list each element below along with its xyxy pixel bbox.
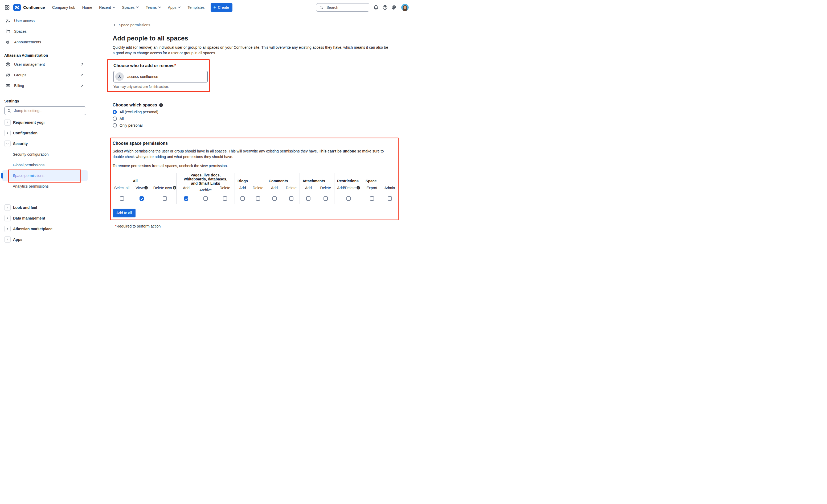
sidebar-item-space-permissions[interactable]: Space permissions — [2, 170, 88, 181]
radio-button[interactable] — [113, 123, 117, 127]
billing-icon — [5, 83, 11, 88]
checkbox-pages-delete[interactable] — [223, 197, 227, 201]
nav-item-apps[interactable]: Apps — [164, 3, 184, 11]
nav-item-templates[interactable]: Templates — [184, 3, 208, 11]
expand-button[interactable] — [4, 119, 11, 126]
notifications-button[interactable] — [372, 3, 381, 12]
sidebar-group-atlassian-marketplace[interactable]: Atlassian marketplace — [0, 224, 91, 234]
sidebar-item-analytics-permissions[interactable]: Analytics permissions — [0, 181, 91, 191]
avatar-image — [401, 4, 409, 11]
bell-icon — [373, 4, 379, 10]
user-picker[interactable]: access-confluence — [113, 71, 208, 82]
confluence-brand[interactable]: Confluence — [13, 4, 45, 11]
radio-option-only-personal[interactable]: Only personal — [113, 123, 142, 127]
sidebar-group-configuration[interactable]: Configuration — [0, 128, 91, 138]
sidebar-item-global-permissions[interactable]: Global permissions — [0, 160, 91, 170]
nav-item-spaces[interactable]: Spaces — [119, 3, 142, 11]
checkbox-view[interactable] — [140, 197, 144, 201]
required-asterisk: * — [175, 63, 176, 68]
jump-to-setting-input[interactable] — [13, 108, 75, 113]
global-search[interactable] — [316, 3, 369, 12]
checkbox-blogs-delete[interactable] — [256, 197, 260, 201]
radio-option-all-excluding-personal[interactable]: All (excluding personal) — [113, 110, 158, 114]
checkbox-select-all[interactable] — [120, 197, 124, 201]
chevron-down-icon — [113, 6, 115, 8]
info-icon[interactable] — [173, 186, 176, 189]
checkbox-comments-add[interactable] — [273, 197, 277, 201]
user-avatar[interactable] — [401, 4, 409, 11]
checkbox-pages-add[interactable] — [184, 197, 188, 201]
choose-spaces-section: Choose which spaces All (excluding perso… — [113, 103, 414, 127]
checkbox-attachments-delete[interactable] — [324, 197, 328, 201]
app-switcher-button[interactable] — [3, 3, 12, 12]
sidebar-item-user-access[interactable]: User access — [0, 15, 91, 26]
column-header-attachments-add: Add — [300, 186, 317, 190]
add-to-all-button[interactable]: Add to all — [113, 209, 136, 217]
plus-icon: + — [213, 5, 216, 10]
radio-button[interactable] — [113, 117, 117, 121]
radio-button[interactable] — [113, 110, 117, 114]
checkbox-blogs-add[interactable] — [240, 197, 245, 201]
jump-to-setting-search[interactable] — [4, 106, 86, 115]
expand-button[interactable] — [4, 226, 11, 232]
column-header-comments-delete: Delete — [283, 186, 299, 190]
create-button[interactable]: + Create — [211, 3, 233, 12]
help-icon — [382, 4, 388, 10]
user-circle-icon — [5, 62, 11, 67]
gear-icon — [391, 4, 397, 10]
sidebar-group-security[interactable]: Security — [0, 138, 91, 149]
chevron-right-icon — [6, 227, 9, 231]
info-icon[interactable] — [144, 186, 148, 189]
column-header-pages-add: Add — [177, 186, 196, 190]
column-header-view: View — [130, 186, 153, 190]
sidebar-group-look-and-feel[interactable]: Look and feel — [0, 202, 91, 213]
nav-item-recent[interactable]: Recent — [96, 3, 118, 11]
sidebar-item-spaces[interactable]: Spaces — [0, 26, 91, 37]
radio-option-all[interactable]: All — [113, 117, 124, 121]
sidebar-section-heading: Atlassian Administration — [0, 52, 91, 59]
nav-item-teams[interactable]: Teams — [142, 3, 164, 11]
expand-button[interactable] — [4, 215, 11, 221]
page-title: Add people to all spaces — [113, 35, 414, 42]
breadcrumb[interactable]: Space permissions — [113, 23, 150, 27]
chevron-right-icon — [6, 206, 9, 210]
user-picker-helper: You may only select one for this action. — [113, 85, 208, 89]
checkbox-space-export[interactable] — [370, 197, 374, 201]
sidebar-item-label: Spaces — [14, 29, 27, 34]
sidebar-group-requirement-yogi[interactable]: Requirement yogi — [0, 117, 91, 128]
checkbox-space-admin[interactable] — [388, 197, 392, 201]
sidebar-item-user-management[interactable]: User management — [0, 59, 91, 70]
expand-button[interactable] — [4, 204, 11, 211]
chevron-right-icon — [6, 120, 9, 124]
info-icon[interactable] — [159, 103, 163, 107]
sidebar-item-security-configuration[interactable]: Security configuration — [0, 149, 91, 160]
checkbox-comments-delete[interactable] — [289, 197, 293, 201]
help-button[interactable] — [381, 3, 390, 12]
expand-button[interactable] — [4, 236, 11, 243]
nav-item-company-hub[interactable]: Company hub — [49, 3, 79, 11]
sidebar-group-apps[interactable]: Apps — [0, 234, 91, 245]
checkbox-pages-archive[interactable] — [203, 197, 208, 201]
chevron-right-icon — [6, 131, 9, 135]
sidebar-item-groups[interactable]: Groups — [0, 70, 91, 80]
checkbox-restrictions-add-delete[interactable] — [346, 197, 351, 201]
person-icon — [117, 74, 122, 79]
collapse-button[interactable] — [4, 141, 11, 147]
expand-button[interactable] — [4, 130, 11, 136]
sidebar-group-data-management[interactable]: Data management — [0, 213, 91, 224]
checkbox-delete-own[interactable] — [163, 197, 167, 201]
search-input[interactable] — [326, 5, 363, 10]
spacer — [0, 191, 91, 202]
column-group-space: Space — [363, 179, 399, 183]
search-icon — [7, 109, 11, 113]
nav-item-home[interactable]: Home — [79, 3, 96, 11]
permissions-table-row — [114, 193, 399, 204]
external-link-icon — [80, 62, 85, 67]
sidebar-item-billing[interactable]: Billing — [0, 80, 91, 91]
info-icon[interactable] — [356, 186, 360, 189]
checkbox-attachments-add[interactable] — [306, 197, 310, 201]
settings-button[interactable] — [390, 3, 399, 12]
column-header-blogs-delete: Delete — [250, 186, 266, 190]
sidebar-item-announcements[interactable]: Announcements — [0, 37, 91, 47]
chevron-right-icon — [6, 216, 9, 220]
